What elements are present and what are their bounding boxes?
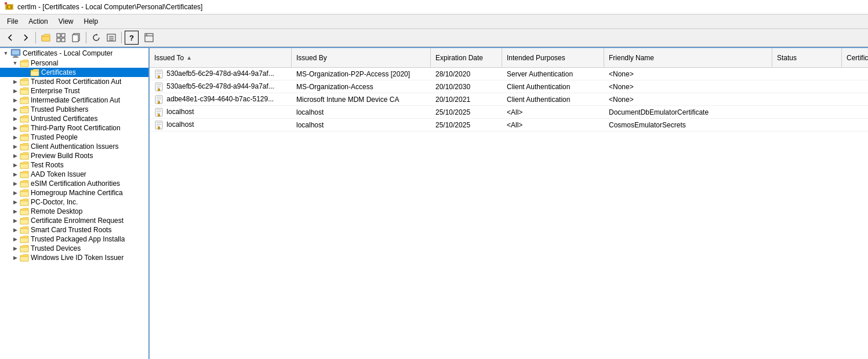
menu-help[interactable]: Help — [79, 16, 103, 27]
folder-untrusted-icon — [20, 115, 29, 123]
cell-issued-to-1: 530aefb5-6c29-478d-a944-9a7af... — [150, 81, 292, 93]
svg-point-27 — [158, 76, 160, 78]
export-button[interactable] — [104, 31, 118, 45]
cell-friendly-3: DocumentDbEmulatorCertificate — [604, 107, 772, 118]
svg-rect-5 — [57, 34, 60, 37]
test-roots-label: Test Roots — [31, 161, 64, 169]
folder-aad-icon — [20, 170, 29, 178]
back-icon — [6, 34, 14, 42]
tree-item-third-party[interactable]: ▶ Third-Party Root Certification — [0, 123, 148, 133]
refresh-button[interactable] — [89, 31, 103, 45]
tree-item-client-auth-issuers[interactable]: ▶ Client Authentication Issuers — [0, 142, 148, 151]
folder-enterprise-icon — [20, 87, 29, 95]
title-bar: C certlm - [Certificates - Local Compute… — [0, 0, 868, 14]
copy-button[interactable] — [69, 31, 83, 45]
trusted-packaged-expand-icon: ▶ — [10, 236, 20, 242]
properties-button[interactable] — [142, 31, 156, 45]
tree-item-pc-doctor[interactable]: ▶ PC-Doctor, Inc. — [0, 197, 148, 207]
preview-build-roots-label: Preview Build Roots — [31, 152, 93, 160]
svg-rect-29 — [157, 84, 161, 85]
col-header-friendly[interactable]: Friendly Name — [604, 48, 772, 67]
cell-issued-to-3: localhost — [150, 107, 292, 118]
root-expand-icon: ▼ — [1, 50, 10, 56]
grid-button[interactable] — [54, 31, 68, 45]
enterprise-trust-expand-icon: ▶ — [10, 88, 20, 94]
cell-friendly-2: <None> — [604, 94, 772, 105]
cell-issued-by-2: Microsoft Intune MDM Device CA — [292, 94, 431, 105]
tree-item-untrusted-certs[interactable]: ▶ Untrusted Certificates — [0, 114, 148, 123]
svg-rect-34 — [157, 97, 161, 98]
svg-rect-8 — [61, 38, 65, 42]
svg-rect-7 — [57, 38, 60, 42]
svg-rect-16 — [145, 34, 153, 42]
folder-icon — [41, 34, 50, 42]
tree-item-intermediate-ca[interactable]: ▶ Intermediate Certification Aut — [0, 96, 148, 105]
col-header-purposes[interactable]: Intended Purposes — [502, 48, 604, 67]
tree-item-homegroup[interactable]: ▶ Homegroup Machine Certifica — [0, 188, 148, 197]
esim-label: eSIM Certification Authorities — [31, 179, 120, 188]
properties-icon — [144, 33, 154, 42]
cell-certtem-3 — [842, 111, 868, 113]
cell-issued-to-4: localhost — [150, 119, 292, 131]
toolbar-sep-3 — [121, 32, 122, 43]
cell-issued-by-1: MS-Organization-Access — [292, 82, 431, 92]
tree-item-trusted-root[interactable]: ▶ Trusted Root Certification Aut — [0, 77, 148, 86]
folder-third-party-icon — [20, 124, 29, 132]
cell-certtem-1 — [842, 86, 868, 88]
col-header-issued-to[interactable]: Issued To ▲ — [150, 48, 292, 67]
folder-button[interactable] — [39, 31, 53, 45]
folder-intermediate-icon — [20, 96, 29, 104]
table-row[interactable]: 530aefb5-6c29-478d-a944-9a7af... MS-Orga… — [150, 68, 868, 80]
tree-item-enterprise-trust[interactable]: ▶ Enterprise Trust — [0, 86, 148, 96]
personal-expand-icon: ▼ — [10, 60, 20, 66]
tree-item-trusted-devices[interactable]: ▶ Trusted Devices — [0, 244, 148, 253]
tree-item-preview-build-roots[interactable]: ▶ Preview Build Roots — [0, 151, 148, 160]
tree-item-esim[interactable]: ▶ eSIM Certification Authorities — [0, 179, 148, 188]
tree-item-trusted-publishers[interactable]: ▶ Trusted Publishers — [0, 105, 148, 114]
tree-item-trusted-people[interactable]: ▶ Trusted People — [0, 133, 148, 142]
svg-rect-46 — [157, 126, 160, 127]
trusted-publishers-label: Trusted Publishers — [31, 105, 89, 113]
table-row[interactable]: 530aefb5-6c29-478d-a944-9a7af... MS-Orga… — [150, 80, 868, 93]
cert-icon-3 — [154, 108, 164, 117]
tree-item-certificates[interactable]: Certificates — [0, 68, 148, 77]
tree-item-windows-live-id[interactable]: ▶ Windows Live ID Token Issuer — [0, 253, 148, 262]
menu-action[interactable]: Action — [24, 16, 52, 27]
tree-item-smart-card-roots[interactable]: ▶ Smart Card Trusted Roots — [0, 225, 148, 235]
cell-expiry-4: 25/10/2025 — [431, 120, 502, 130]
col-header-certtem[interactable]: Certificate Tem... — [842, 48, 868, 67]
folder-homegroup-icon — [20, 189, 29, 197]
table-row[interactable]: localhost localhost 25/10/2025 <All> Doc… — [150, 106, 868, 119]
tree-item-cert-enrolment[interactable]: ▶ Certificate Enrolment Request — [0, 216, 148, 225]
svg-rect-45 — [157, 124, 161, 125]
folder-trusted-devices-icon — [20, 244, 29, 252]
trusted-people-expand-icon: ▶ — [10, 134, 20, 140]
forward-button[interactable] — [19, 31, 32, 45]
trusted-root-expand-icon: ▶ — [10, 79, 20, 85]
table-row[interactable]: localhost localhost 25/10/2025 <All> Cos… — [150, 119, 868, 131]
cert-enrolment-label: Certificate Enrolment Request — [31, 217, 124, 225]
back-button[interactable] — [3, 31, 17, 45]
svg-rect-22 — [13, 57, 19, 58]
certs-label: Certificates — [41, 68, 76, 76]
tree-root[interactable]: ▼ Certificates - Local Computer — [0, 48, 148, 58]
trusted-pub-expand-icon: ▶ — [10, 107, 20, 112]
cert-icon-0 — [154, 69, 164, 79]
cell-issued-to-2: adbe48e1-c394-4640-b7ac-5129... — [150, 94, 292, 105]
menu-view[interactable]: View — [54, 16, 78, 27]
col-header-expiry[interactable]: Expiration Date — [431, 48, 502, 67]
col-header-status[interactable]: Status — [772, 48, 842, 67]
menu-file[interactable]: File — [2, 16, 23, 27]
table-row[interactable]: adbe48e1-c394-4640-b7ac-5129... Microsof… — [150, 93, 868, 106]
help-button[interactable]: ? — [125, 31, 139, 45]
svg-rect-25 — [157, 73, 161, 74]
tree-item-personal[interactable]: ▼ Personal — [0, 58, 148, 68]
col-header-issued-by[interactable]: Issued By — [292, 48, 431, 67]
tree-item-remote-desktop[interactable]: ▶ Remote Desktop — [0, 207, 148, 216]
tree-item-aad-token-issuer[interactable]: ▶ AAD Token Issuer — [0, 170, 148, 179]
cell-friendly-4: CosmosEmulatorSecrets — [604, 120, 772, 130]
tree-item-test-roots[interactable]: ▶ Test Roots — [0, 160, 148, 170]
folder-remote-desktop-icon — [20, 207, 29, 215]
tree-item-trusted-packaged[interactable]: ▶ Trusted Packaged App Installa — [0, 235, 148, 244]
cert-icon-2 — [154, 95, 164, 104]
